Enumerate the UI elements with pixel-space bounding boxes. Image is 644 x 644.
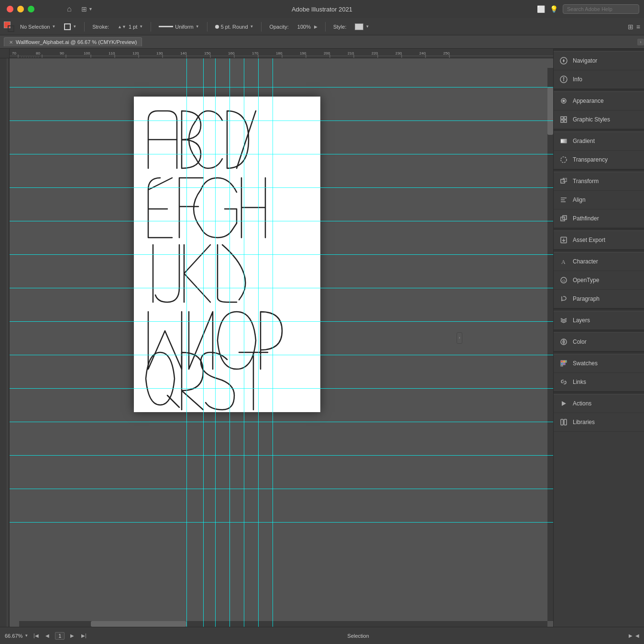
svg-point-83 (561, 157, 567, 163)
guide-h-13 (10, 489, 553, 489)
links-icon (559, 378, 568, 386)
status-right: ▶ ◀ (629, 633, 639, 638)
opentype-label: OpenType (573, 277, 599, 284)
svg-rect-78 (561, 117, 563, 119)
guide-h-3 (10, 154, 553, 154)
panel-item-align[interactable]: Align (554, 191, 644, 209)
appearance-label: Appearance (573, 98, 604, 104)
panel-item-navigator[interactable]: Navigator (554, 52, 644, 70)
workspace-switcher[interactable]: ⊞▼ (81, 5, 93, 13)
tab-close-icon[interactable]: ✕ (9, 40, 13, 45)
svg-point-77 (563, 100, 565, 102)
selection-display[interactable]: No Selection ▼ (17, 23, 58, 31)
stroke-weight-input[interactable]: ▲▼ 1 pt ▼ (115, 23, 146, 31)
panel-item-swatches[interactable]: Swatches (554, 354, 644, 373)
panel-item-info[interactable]: Info (554, 70, 644, 89)
guide-h-2 (10, 120, 553, 121)
guide-h-12 (10, 455, 553, 456)
panel-collapse-button[interactable]: › (457, 332, 462, 344)
search-input[interactable] (563, 4, 639, 14)
panel-item-pathfinder[interactable]: Pathfinder (554, 209, 644, 228)
navigator-label: Navigator (573, 57, 597, 64)
right-panel: Navigator Info Appearance (553, 49, 644, 627)
panel-item-opentype[interactable]: O OpenType (554, 271, 644, 290)
document-tab[interactable]: ✕ Wallflower_Alphabet.ai @ 66.67 % (CMYK… (4, 37, 142, 46)
guide-h-5 (10, 221, 553, 221)
chevron-right-icon: ▶ (314, 24, 317, 29)
guide-h-4 (10, 187, 553, 188)
chevron-down-icon: ▼ (52, 24, 55, 29)
panel-toggle-button[interactable]: › (637, 39, 644, 45)
guide-h-14 (10, 522, 553, 523)
panel-item-paragraph[interactable]: Paragraph (554, 290, 644, 308)
guide-v-5 (244, 58, 244, 627)
svg-rect-104 (561, 419, 563, 425)
nav-last-button[interactable]: ▶| (80, 632, 87, 640)
svg-text:230: 230 (395, 51, 402, 55)
brush-dot (215, 25, 219, 29)
arrange-icon[interactable]: ⊞ (628, 23, 633, 31)
nav-first-button[interactable]: |◀ (32, 632, 40, 640)
style-preview (355, 23, 363, 30)
line-type-selector[interactable]: Uniform ▼ (156, 23, 202, 31)
svg-text:190: 190 (300, 51, 306, 55)
svg-rect-79 (564, 117, 567, 119)
title-bar: ⌂ ⊞▼ Adobe Illustrator 2021 ⬜ 💡 (0, 0, 644, 18)
vertical-scrollbar-thumb[interactable] (547, 87, 553, 135)
svg-text:80: 80 (36, 51, 40, 55)
svg-text:70: 70 (12, 51, 16, 55)
status-bar: 66.67% ▼ |◀ ◀ 1 ▶ ▶| Selection ▶ ◀ (0, 627, 644, 644)
panel-item-asset-export[interactable]: Asset Export (554, 231, 644, 250)
guide-v-4 (229, 58, 230, 627)
horizontal-scrollbar[interactable] (19, 621, 547, 627)
horizontal-scrollbar-thumb[interactable] (91, 621, 186, 627)
canvas-content[interactable] (10, 58, 553, 627)
nav-next-button[interactable]: ▶ (68, 632, 76, 640)
bulb-icon[interactable]: 💡 (550, 5, 558, 13)
status-scroll-left[interactable]: ◀ (635, 633, 639, 638)
paragraph-icon (559, 295, 568, 303)
transparency-label: Transparency (573, 156, 608, 163)
brush-selector[interactable]: 5 pt. Round ▼ (212, 23, 257, 31)
maximize-button[interactable] (28, 6, 34, 12)
minimize-button[interactable] (17, 6, 24, 12)
asset-export-label: Asset Export (573, 237, 605, 243)
home-icon[interactable]: ⌂ (67, 5, 72, 13)
zoom-value: 66.67% (5, 633, 22, 639)
panel-item-actions[interactable]: Actions (554, 394, 644, 413)
panel-item-libraries[interactable]: Libraries (554, 413, 644, 432)
object-icon (64, 23, 71, 30)
nav-prev-button[interactable]: ◀ (44, 632, 51, 640)
align-icon (559, 196, 568, 204)
opacity-input[interactable]: 100% ▶ (295, 23, 320, 31)
close-button[interactable] (7, 6, 13, 12)
zoom-display: 66.67% ▼ (5, 633, 28, 639)
panel-item-transform[interactable]: Transform (554, 172, 644, 191)
pathfinder-icon (559, 214, 568, 223)
fill-stroke-selector[interactable] (4, 22, 14, 32)
window-icon[interactable]: ⬜ (537, 5, 545, 13)
svg-text:250: 250 (443, 51, 450, 55)
guide-h-11 (10, 422, 553, 422)
status-center: Selection (91, 633, 625, 639)
panel-item-character[interactable]: A Character (554, 252, 644, 271)
svg-rect-105 (564, 419, 567, 425)
opacity-label: Opacity: (266, 23, 291, 31)
status-arrow-right[interactable]: ▶ (629, 633, 633, 638)
stroke-label: Stroke: (89, 23, 112, 31)
panel-item-layers[interactable]: Layers (554, 311, 644, 330)
panel-item-appearance[interactable]: Appearance (554, 92, 644, 110)
panel-item-graphic-styles[interactable]: Graphic Styles (554, 110, 644, 129)
style-selector[interactable]: ▼ (352, 22, 372, 31)
panel-item-transparency[interactable]: Transparency (554, 151, 644, 169)
svg-text:210: 210 (348, 51, 354, 55)
object-type-selector[interactable]: ▼ (61, 22, 79, 31)
panel-item-links[interactable]: Links (554, 373, 644, 392)
panel-item-gradient[interactable]: Gradient (554, 132, 644, 151)
properties-icon[interactable]: ≡ (636, 23, 640, 31)
panel-item-color[interactable]: Color (554, 333, 644, 351)
vertical-scrollbar[interactable] (547, 68, 553, 621)
app-title: Adobe Illustrator 2021 (292, 6, 352, 13)
canvas-area[interactable]: 70 80 90 100 110 120 130 140 150 160 170… (0, 49, 553, 627)
fill-stroke-icon (4, 22, 14, 32)
